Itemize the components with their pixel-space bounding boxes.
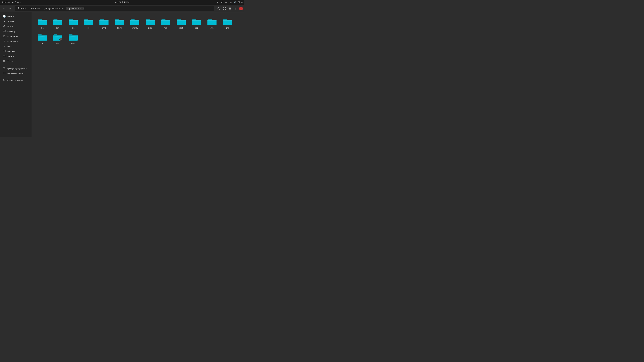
sidebar-label-videos: Videos	[8, 55, 14, 58]
breadcrumb-downloads-label: Downloads	[30, 7, 40, 10]
folder-sbin[interactable]: sbin	[189, 16, 204, 30]
home-icon	[17, 7, 20, 10]
folder-dev[interactable]: dev	[50, 16, 65, 30]
breadcrumb-extracted[interactable]: _image.iso.extracted	[43, 7, 65, 10]
folder-usr[interactable]: usr	[35, 31, 50, 46]
folder-etc[interactable]: etc	[66, 16, 80, 30]
sidebar-label-trash: Trash	[8, 60, 13, 63]
downloads-icon	[3, 40, 6, 43]
breadcrumb-extracted-label: _image.iso.extracted	[44, 7, 64, 10]
network-icon[interactable]	[229, 1, 232, 4]
folder-icon-var: ↗	[53, 32, 63, 41]
sidebar-item-downloads[interactable]: Downloads	[0, 39, 32, 44]
svg-line-31	[4, 80, 5, 80]
folder-sys[interactable]: sys	[204, 16, 219, 30]
volume-icon[interactable]: 🔊	[234, 1, 236, 4]
sidebar-item-documents[interactable]: Documents	[0, 34, 32, 39]
breadcrumb-home-label: Home	[20, 7, 26, 10]
sidebar-item-home[interactable]: Home	[0, 24, 32, 29]
sidebar-item-other-locations[interactable]: Other Locations	[0, 78, 32, 83]
topbar: Activities 🗂 Files ▾ May 10 9:51 PM ⊞ en…	[0, 0, 244, 5]
sidebar-item-recent[interactable]: 🕐 Recent	[0, 14, 32, 19]
breadcrumb-squashfs[interactable]: squashfs-root	[66, 7, 82, 10]
activities-button[interactable]: Activities	[2, 1, 10, 3]
close-button[interactable]: ✕	[239, 7, 243, 10]
language-indicator[interactable]: en	[225, 1, 228, 4]
sidebar-item-fileserver[interactable]: fileserver on fserver	[0, 71, 32, 76]
breadcrumb-squashfs-label: squashfs-root	[68, 7, 81, 10]
folder-icon-root	[176, 17, 186, 26]
topbar-datetime[interactable]: May 10 9:51 PM	[115, 1, 129, 3]
sidebar-label-pictures: Pictures	[8, 50, 15, 53]
sidebar-label-other-locations: Other Locations	[8, 79, 23, 82]
breadcrumb-sep-2: ›	[42, 7, 42, 10]
folder-rom[interactable]: rom	[158, 16, 173, 30]
folder-icon-overlay	[130, 17, 140, 26]
folder-label-rom: rom	[164, 27, 168, 29]
folder-lib[interactable]: lib	[81, 16, 96, 30]
svg-point-10	[236, 7, 236, 8]
sidebar-label-fileserver: fileserver on fserver	[8, 72, 24, 74]
sidebar-label-documents: Documents	[8, 35, 18, 38]
gmail-icon	[3, 67, 6, 70]
sidebar-label-gmail: lightingdzeynr@gmail.com	[8, 67, 29, 69]
kebab-menu-button[interactable]	[233, 6, 238, 11]
file-area: bin dev etc lib	[32, 12, 244, 137]
sidebar-label-starred: Starred	[8, 20, 14, 23]
sidebar-item-videos[interactable]: Videos	[0, 54, 32, 59]
sidebar-item-desktop[interactable]: Desktop	[0, 29, 32, 34]
folder-bin[interactable]: bin	[35, 16, 50, 30]
breadcrumb-sep-3: ›	[66, 7, 66, 10]
folder-root[interactable]: root	[174, 16, 188, 30]
back-button[interactable]: ←	[1, 6, 7, 11]
svg-point-28	[5, 73, 5, 74]
breadcrumb-sep-1: ›	[28, 7, 28, 10]
breadcrumb-downloads[interactable]: Downloads	[29, 7, 42, 10]
starred-icon: ★	[3, 20, 6, 23]
folder-label-sbin: sbin	[195, 27, 198, 29]
battery-indicator[interactable]: 89 %	[238, 1, 242, 3]
folder-tmp[interactable]: tmp	[220, 16, 235, 30]
screen-icon[interactable]: ⊞	[216, 1, 219, 4]
folder-icon-proc	[145, 17, 155, 26]
breadcrumb-home[interactable]: Home	[16, 6, 27, 10]
sidebar-item-trash[interactable]: Trash	[0, 59, 32, 64]
symlink-badge-var: ↗	[59, 38, 62, 41]
folder-label-NVM: NVM	[117, 27, 122, 29]
folder-mnt[interactable]: mnt	[96, 16, 111, 30]
svg-rect-5	[224, 9, 224, 10]
sidebar-label-home: Home	[8, 25, 13, 28]
sidebar-label-downloads: Downloads	[8, 40, 18, 43]
folder-icon-usr	[37, 32, 47, 41]
folder-overlay[interactable]: overlay	[128, 16, 142, 30]
breadcrumb-dropdown[interactable]: ▾	[82, 7, 84, 10]
sidebar-item-starred[interactable]: ★ Starred	[0, 19, 32, 24]
home-sidebar-icon	[3, 25, 6, 28]
sidebar-item-gmail[interactable]: lightingdzeynr@gmail.com	[0, 66, 32, 71]
sidebar-item-music[interactable]: ♪ Music	[0, 44, 32, 49]
svg-rect-24	[3, 67, 5, 69]
folder-NVM[interactable]: NVM	[112, 16, 127, 30]
folder-www[interactable]: www	[66, 31, 80, 46]
folder-label-tmp: tmp	[226, 27, 229, 29]
list-view-button[interactable]	[228, 6, 232, 11]
sidebar-item-pictures[interactable]: Pictures	[0, 49, 32, 54]
folder-icon-rom	[161, 17, 171, 26]
sidebar: 🕐 Recent ★ Starred Home Desktop	[0, 12, 32, 137]
pictures-icon	[3, 50, 6, 53]
svg-rect-13	[3, 30, 5, 32]
trash-icon	[3, 60, 6, 63]
files-menu[interactable]: 🗂 Files ▾	[12, 1, 20, 3]
grid-view-button[interactable]	[222, 6, 227, 11]
forward-button[interactable]: →	[8, 6, 13, 11]
sidebar-label-desktop: Desktop	[8, 30, 16, 33]
svg-point-27	[5, 72, 5, 73]
bluetooth-icon[interactable]	[220, 1, 223, 4]
folder-proc[interactable]: proc	[143, 16, 158, 30]
recent-icon: 🕐	[3, 15, 6, 18]
search-button[interactable]	[216, 6, 221, 11]
folder-label-usr: usr	[41, 42, 44, 45]
videos-icon	[3, 55, 6, 58]
folder-icon-sbin	[192, 17, 202, 26]
folder-var[interactable]: ↗ var	[50, 31, 65, 46]
